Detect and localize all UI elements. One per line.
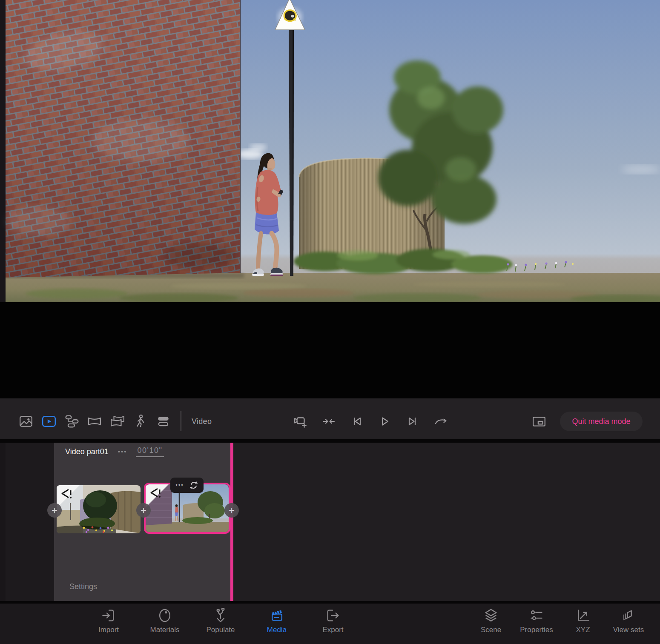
add-clip-before-button[interactable]: + (47, 503, 62, 518)
play-icon[interactable] (375, 412, 394, 431)
add-clip-after-button[interactable]: + (224, 503, 239, 518)
brick-wall (6, 0, 241, 278)
sets-mode-icon[interactable] (154, 412, 173, 431)
export-icon (325, 608, 341, 623)
clip-more-options-icon[interactable]: ••• (175, 484, 184, 487)
add-video-clip-icon[interactable] (291, 412, 310, 431)
timeline-left-gutter (0, 443, 54, 601)
viewport-left-edge (0, 0, 6, 302)
xyz-axes-icon (575, 608, 591, 623)
clip-group-duration[interactable]: 00'10" (136, 446, 164, 457)
nav-label: Export (305, 626, 361, 634)
svg-text:s: s (293, 17, 296, 23)
trim-icon[interactable] (319, 412, 338, 431)
bottom-navigation: Import Materials Populate (0, 604, 660, 644)
nav-item-populate[interactable]: Populate (193, 608, 248, 634)
quit-media-mode-button[interactable]: Quit media mode (560, 412, 643, 431)
view-sets-icon (621, 608, 636, 623)
viewport-3d[interactable]: s (0, 0, 660, 302)
loop-icon[interactable] (431, 412, 450, 431)
scene-render: s (0, 0, 660, 302)
populate-icon (213, 608, 228, 623)
materials-icon (157, 608, 172, 623)
clip-group-header: Video part01 ••• 00'10" (65, 446, 164, 457)
media-icon (269, 608, 284, 623)
clip-action-tooltip: ••• (170, 478, 204, 493)
phasing-mode-icon[interactable] (63, 412, 81, 431)
timeline-area: Video part01 ••• 00'10" (0, 443, 660, 601)
more-options-icon[interactable]: ••• (118, 449, 127, 454)
import-icon (101, 608, 116, 623)
add-clip-between-button[interactable]: + (136, 503, 151, 518)
image-mode-icon[interactable] (17, 412, 35, 431)
picture-in-picture-icon[interactable] (530, 412, 548, 431)
video-part-panel: Video part01 ••• 00'10" (54, 443, 231, 601)
video-clip-1[interactable] (57, 485, 141, 533)
nav-label: View sets (601, 626, 656, 634)
timeline-playhead[interactable] (230, 443, 233, 601)
nav-label: Import (81, 626, 136, 634)
nav-item-import[interactable]: Import (81, 608, 136, 634)
nav-item-export[interactable]: Export (305, 608, 361, 634)
panorama-set-mode-icon[interactable] (108, 412, 127, 431)
nav-label: Materials (137, 626, 192, 634)
skip-to-end-icon[interactable] (403, 412, 422, 431)
media-toolbar: Video (0, 398, 660, 439)
letterbox-band (0, 302, 660, 398)
clip-group-title: Video part01 (65, 447, 109, 456)
refresh-icon[interactable] (189, 481, 198, 490)
video-mode-icon[interactable] (40, 412, 58, 431)
media-type-label: Video (192, 412, 212, 431)
toolbar-divider (181, 411, 181, 431)
clip-settings-button[interactable]: Settings (69, 582, 97, 591)
scene-icon (483, 608, 499, 623)
grass-field (6, 273, 660, 302)
nav-label: Media (249, 626, 304, 634)
separator (0, 439, 660, 443)
twinmotion-media-mode: s (0, 0, 660, 644)
nav-item-view-sets[interactable]: View sets (601, 608, 656, 634)
properties-icon (529, 608, 544, 623)
nav-item-media[interactable]: Media (249, 608, 304, 634)
nav-item-materials[interactable]: Materials (137, 608, 192, 634)
panorama-mode-icon[interactable] (85, 412, 104, 431)
presentation-mode-icon[interactable] (131, 412, 150, 431)
clip-1-thumbnail (57, 485, 141, 533)
skip-to-start-icon[interactable] (347, 412, 366, 431)
nav-label: Populate (193, 626, 248, 634)
